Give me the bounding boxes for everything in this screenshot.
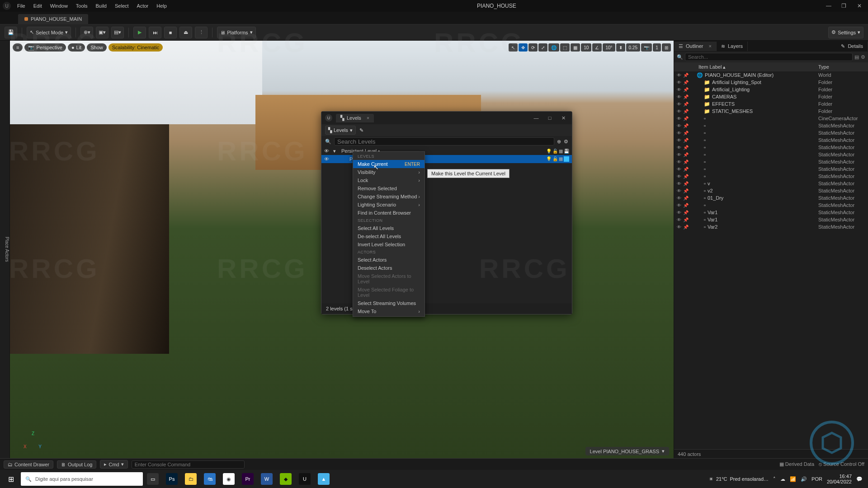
viewport-scalability-chip[interactable]: Scalability: Cinematic bbox=[108, 43, 163, 52]
pin-icon[interactable]: 📌 bbox=[683, 109, 689, 114]
outliner-row[interactable]: 👁📌▫StaticMeshActor bbox=[674, 136, 868, 144]
ctx-select-all-levels[interactable]: Select All Levels bbox=[353, 224, 425, 232]
outliner-row[interactable]: 👁📌🌐PIANO_HOUSE_MAIN (Editor)World bbox=[674, 71, 868, 79]
add-content-button[interactable]: ⊕▾ bbox=[80, 27, 93, 38]
settings-button[interactable]: ⚙ Settings ▾ bbox=[828, 27, 863, 38]
visibility-icon[interactable]: 👁 bbox=[677, 73, 683, 78]
tray-onedrive-icon[interactable]: ☁ bbox=[780, 476, 785, 482]
visibility-icon[interactable]: 👁 bbox=[677, 145, 683, 150]
grid-icon[interactable]: ▦ bbox=[559, 149, 563, 154]
visibility-icon[interactable]: 👁 bbox=[677, 116, 683, 121]
menu-select[interactable]: Select bbox=[111, 1, 132, 10]
edit-icon[interactable]: ✎ bbox=[359, 127, 363, 133]
visibility-icon[interactable]: 👁 bbox=[677, 210, 683, 215]
ctx-remove-selected[interactable]: Remove Selected bbox=[353, 184, 425, 192]
transform-rotate-button[interactable]: ⟳ bbox=[528, 43, 538, 52]
visibility-icon[interactable]: 👁 bbox=[677, 174, 683, 179]
content-drawer-button[interactable]: 🗂Content Drawer bbox=[4, 460, 53, 469]
taskbar-weather[interactable]: ☀ 21°C Pred ensolarad… bbox=[709, 476, 769, 482]
visibility-icon[interactable]: 👁 bbox=[677, 225, 683, 230]
outliner-row[interactable]: 👁📌▫StaticMeshActor bbox=[674, 151, 868, 158]
grid-icon[interactable]: ▦ bbox=[559, 156, 563, 162]
pin-icon[interactable]: 📌 bbox=[683, 116, 689, 121]
color-swatch[interactable] bbox=[564, 156, 569, 162]
bulb-icon[interactable]: 💡 bbox=[546, 156, 552, 162]
outliner-row[interactable]: 👁📌▫StaticMeshActor bbox=[674, 158, 868, 165]
tray-chevron-icon[interactable]: ˄ bbox=[773, 476, 776, 482]
platforms-button[interactable]: 🖥 Platforms ▾ bbox=[217, 27, 255, 38]
menu-file[interactable]: File bbox=[14, 1, 29, 10]
visibility-icon[interactable]: 👁 bbox=[677, 152, 683, 157]
pin-icon[interactable]: 📌 bbox=[683, 225, 689, 230]
levels-dropdown-button[interactable]: ▚Levels▾ bbox=[325, 126, 356, 135]
levels-tab[interactable]: ▚Levels× bbox=[336, 114, 374, 122]
outliner-col-type[interactable]: Type bbox=[818, 64, 868, 70]
pin-icon[interactable]: 📌 bbox=[683, 138, 689, 143]
outliner-row[interactable]: 👁📌▫Var1StaticMeshActor bbox=[674, 209, 868, 216]
place-actors-tab[interactable]: Place Actors bbox=[0, 41, 10, 458]
window-restore-icon[interactable]: ❐ bbox=[838, 2, 850, 10]
stop-button[interactable]: ■ bbox=[164, 27, 177, 38]
save-icon[interactable]: 💾 bbox=[564, 149, 569, 154]
grid-snap-button[interactable]: ▦ bbox=[571, 43, 580, 52]
visibility-icon[interactable]: 👁 bbox=[677, 217, 683, 222]
select-mode-button[interactable]: ↖ Select Mode ▾ bbox=[27, 27, 71, 38]
pin-icon[interactable]: 📌 bbox=[683, 160, 689, 164]
outliner-row[interactable]: 👁📌▫CineCameraActor bbox=[674, 115, 868, 122]
visibility-icon[interactable]: 👁 bbox=[324, 156, 330, 162]
document-tab-main[interactable]: PIANO_HOUSE_MAIN bbox=[18, 14, 88, 24]
pin-icon[interactable]: 📌 bbox=[683, 174, 689, 179]
taskbar-clock[interactable]: 16:47 20/04/2022 bbox=[827, 474, 852, 484]
tab-layers[interactable]: ≋Layers bbox=[717, 42, 748, 51]
visibility-icon[interactable]: 👁 bbox=[677, 94, 683, 99]
pin-icon[interactable]: 📌 bbox=[683, 73, 689, 78]
outliner-row[interactable]: 👁📌▫Var1StaticMeshActor bbox=[674, 216, 868, 223]
outliner-row[interactable]: 👁📌▫Var2StaticMeshActor bbox=[674, 223, 868, 230]
gear-icon[interactable]: ⚙ bbox=[564, 139, 568, 145]
pin-icon[interactable]: 📌 bbox=[683, 196, 689, 201]
outliner-row[interactable]: 👁📌▫01_DryStaticMeshActor bbox=[674, 194, 868, 202]
visibility-icon[interactable]: 👁 bbox=[677, 181, 683, 186]
marketplace-button[interactable]: ▣▾ bbox=[96, 27, 108, 38]
menu-help[interactable]: Help bbox=[153, 1, 170, 10]
pin-icon[interactable]: 📌 bbox=[683, 94, 689, 99]
outliner-row[interactable]: 👁📌📁EFFECTSFolder bbox=[674, 100, 868, 108]
camera-speed-value[interactable]: 1 bbox=[653, 43, 661, 52]
taskbar-app-explorer[interactable]: 🗀 bbox=[182, 470, 200, 488]
window-minimize-icon[interactable]: — bbox=[823, 2, 835, 10]
derived-data-button[interactable]: ▦ Derived Data bbox=[779, 461, 814, 467]
levels-search-input[interactable] bbox=[334, 137, 554, 145]
outliner-row[interactable]: 👁📌▫StaticMeshActor bbox=[674, 122, 868, 129]
task-view-button[interactable]: ▭ bbox=[144, 470, 162, 488]
tab-outliner[interactable]: ☰Outliner× bbox=[674, 42, 717, 51]
taskbar-app-store[interactable]: 🛍 bbox=[201, 470, 219, 488]
visibility-icon[interactable]: 👁 bbox=[677, 167, 683, 172]
outliner-row[interactable]: 👁📌▫StaticMeshActor bbox=[674, 165, 868, 173]
ctx-lock[interactable]: Lock bbox=[353, 176, 425, 184]
taskbar-app-photos[interactable]: ▲ bbox=[315, 470, 333, 488]
coord-space-button[interactable]: 🌐 bbox=[548, 43, 559, 52]
pin-icon[interactable]: 📌 bbox=[683, 131, 689, 136]
outliner-row[interactable]: 👁📌▫StaticMeshActor bbox=[674, 173, 868, 180]
pin-icon[interactable]: 📌 bbox=[683, 181, 689, 186]
ctx-select-streaming-volumes[interactable]: Select Streaming Volumes bbox=[353, 299, 425, 307]
close-icon[interactable]: × bbox=[367, 115, 369, 121]
ctx-lighting-scenario[interactable]: Lighting Scenario bbox=[353, 201, 425, 209]
ctx-move-to[interactable]: Move To bbox=[353, 307, 425, 315]
taskbar-search-input[interactable]: 🔍Digite aqui para pesquisar bbox=[21, 472, 143, 486]
sequencer-button[interactable]: ▤▾ bbox=[111, 27, 124, 38]
viewport-level-label[interactable]: Level PIANO_HOUSE_GRASS ▾ bbox=[585, 447, 669, 455]
viewport-show-button[interactable]: Show bbox=[87, 43, 107, 52]
tray-wifi-icon[interactable]: 📶 bbox=[790, 476, 796, 482]
eject-button[interactable]: ⏏ bbox=[179, 27, 192, 38]
camera-speed-button[interactable]: 📷 bbox=[641, 43, 652, 52]
lock-icon[interactable]: 🔓 bbox=[552, 156, 558, 162]
surface-snap-button[interactable]: ⬚ bbox=[560, 43, 570, 52]
outliner-row[interactable]: 👁📌📁Artificial_LightingFolder bbox=[674, 86, 868, 93]
grid-snap-value[interactable]: 10 bbox=[581, 43, 591, 52]
pin-icon[interactable]: 📌 bbox=[683, 188, 689, 193]
pin-icon[interactable]: 📌 bbox=[683, 217, 689, 222]
viewport-menu-button[interactable]: ≡ bbox=[13, 43, 23, 52]
menu-actor[interactable]: Actor bbox=[133, 1, 152, 10]
tray-language-icon[interactable]: POR bbox=[811, 476, 822, 482]
